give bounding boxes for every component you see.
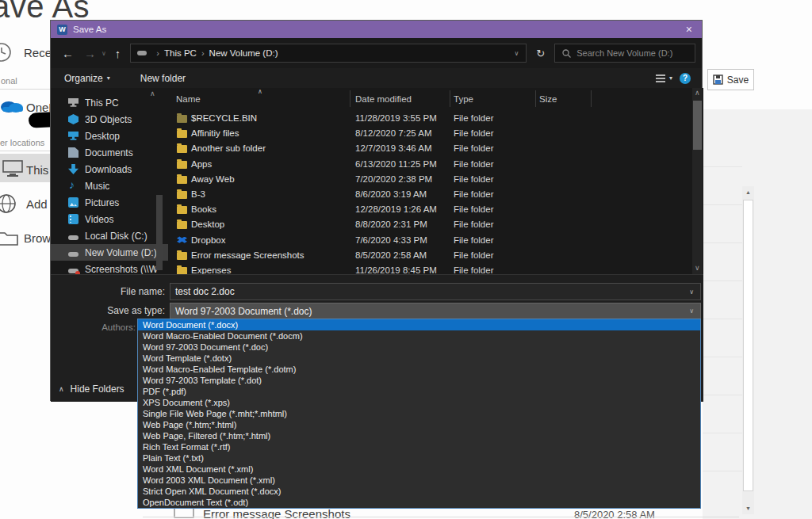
dialog-navbar: ← → ∨ ↑ › This PC › New Volume (D:) ∨ ↻ … <box>51 38 702 68</box>
search-placeholder: Search New Volume (D:) <box>576 48 672 58</box>
sidebar-list: This PC 3D Objects Desktop Documents Dow… <box>51 88 168 274</box>
save-as-type-select[interactable]: Word 97-2003 Document (*.doc) ∨ <box>170 303 701 319</box>
file-date-modified: 12/28/2019 1:26 AM <box>355 204 437 214</box>
new-folder-button[interactable]: New folder <box>140 73 186 84</box>
file-row[interactable]: Apps 6/13/2020 11:25 PM File folder <box>168 157 691 172</box>
file-type-option[interactable]: Plain Text (*.txt) <box>138 452 700 464</box>
sidebar-item[interactable]: Documents <box>51 144 168 161</box>
sidebar-scroll-down-icon[interactable]: ∨ <box>151 264 157 272</box>
chevron-down-icon[interactable]: ∨ <box>689 288 694 296</box>
sidebar-item[interactable]: Music <box>51 177 168 194</box>
forward-icon[interactable]: → <box>84 47 96 60</box>
sidebar-item-label: Videos <box>85 214 113 225</box>
file-row[interactable]: Desktop 8/8/2020 2:31 PM File folder <box>168 217 691 232</box>
file-type-option[interactable]: Word 97-2003 Document (*.doc) <box>138 342 700 353</box>
file-name-input[interactable]: test doc 2.doc ∨ <box>170 283 701 300</box>
file-type-option[interactable]: Word XML Document (*.xml) <box>138 464 700 475</box>
search-input[interactable]: Search New Volume (D:) <box>554 44 695 63</box>
file-type-option[interactable]: XPS Document (*.xps) <box>138 397 700 408</box>
column-header-name[interactable]: Name <box>176 94 201 104</box>
view-caret-icon[interactable]: ▾ <box>669 74 672 82</box>
onedrive-icon <box>0 97 25 114</box>
column-header-date[interactable]: Date modified <box>355 94 412 104</box>
sidebar-item[interactable]: Downloads <box>51 161 168 177</box>
file-type-option[interactable]: OpenDocument Text (*.odt) <box>138 497 700 508</box>
file-type-option[interactable]: Single File Web Page (*.mht;*.mhtml) <box>138 408 700 419</box>
search-icon <box>562 49 571 58</box>
folder-icon <box>177 145 187 153</box>
folder-icon <box>177 115 187 123</box>
dialog-titlebar[interactable]: W Save As × <box>51 21 702 38</box>
backstage-scrollbar-thumb[interactable] <box>743 200 753 491</box>
file-type-option[interactable]: Web Page, Filtered (*.htm;*.html) <box>138 430 700 441</box>
column-header-size[interactable]: Size <box>539 94 557 104</box>
column-header-type[interactable]: Type <box>454 94 473 104</box>
list-scroll-up-icon[interactable]: ∧ <box>695 89 700 97</box>
hide-folders-button[interactable]: ∧ Hide Folders <box>59 384 124 395</box>
backstage-section-other-locations: er locations <box>0 138 44 147</box>
file-type-option[interactable]: Word Macro-Enabled Template (*.dotm) <box>138 364 700 375</box>
close-icon[interactable]: × <box>686 24 692 35</box>
sidebar-scroll-up-icon[interactable]: ∧ <box>150 90 155 97</box>
file-row[interactable]: Books 12/28/2019 1:26 AM File folder <box>168 202 691 217</box>
file-date-modified: 7/6/2020 4:33 PM <box>355 235 427 245</box>
file-type-dropdown: Word Document (*.docx)Word Macro-Enabled… <box>137 319 701 509</box>
file-name: Affinitiy files <box>191 128 239 138</box>
refresh-icon[interactable]: ↻ <box>536 48 545 59</box>
recent-icon <box>0 41 13 63</box>
file-type-option[interactable]: Word Macro-Enabled Document (*.docm) <box>138 330 700 342</box>
file-type: File folder <box>454 250 494 260</box>
file-row[interactable]: $RECYCLE.BIN 11/28/2019 3:55 PM File fol… <box>168 111 691 126</box>
breadcrumb-this-pc[interactable]: This PC <box>164 48 197 58</box>
view-mode-icon[interactable] <box>656 74 665 82</box>
file-row[interactable]: Expenses 11/26/2019 8:45 PM File folder <box>168 263 691 274</box>
file-type-option[interactable]: Word Template (*.dotx) <box>138 353 700 364</box>
up-icon[interactable]: ↑ <box>115 47 121 60</box>
backstage-save-button[interactable]: Save <box>707 69 754 90</box>
add-place-icon <box>0 193 17 215</box>
file-row[interactable]: Another sub folder 12/7/2019 3:46 AM Fil… <box>168 141 691 156</box>
help-icon[interactable]: ? <box>680 73 691 84</box>
file-row[interactable]: Error message Screenshots 8/5/2020 2:58 … <box>168 248 691 263</box>
sidebar-item[interactable]: Desktop <box>51 128 168 144</box>
backstage-section-personal: onal <box>1 76 17 86</box>
breadcrumb[interactable]: › This PC › New Volume (D:) ∨ <box>130 44 527 63</box>
sidebar-item[interactable]: 3D Objects <box>51 111 168 128</box>
save-as-type-value: Word 97-2003 Document (*.doc) <box>175 306 312 317</box>
file-type-option[interactable]: Web Page (*.htm;*.html) <box>138 419 700 430</box>
breadcrumb-new-volume[interactable]: New Volume (D:) <box>209 48 278 58</box>
file-type: File folder <box>454 189 494 199</box>
file-type-option[interactable]: Word Document (*.docx) <box>138 319 700 330</box>
file-row[interactable]: Away Web 7/20/2020 2:38 PM File folder <box>168 172 691 187</box>
file-date-modified: 11/28/2019 3:55 PM <box>355 113 437 123</box>
history-chevron-icon[interactable]: ∨ <box>102 50 106 57</box>
file-type-option[interactable]: Word 2003 XML Document (*.xml) <box>138 475 700 486</box>
folder-icon <box>177 221 187 229</box>
sidebar-item[interactable]: Local Disk (C:) <box>51 227 168 244</box>
scroll-down-icon[interactable]: ▼ <box>742 502 754 514</box>
file-row[interactable]: Affinitiy files 8/12/2020 7:25 AM File f… <box>168 126 691 141</box>
sidebar-item[interactable]: Videos <box>51 211 168 227</box>
sidebar-scrollbar-thumb[interactable] <box>156 195 163 270</box>
sidebar-item[interactable]: Pictures <box>51 194 168 211</box>
folder-icon <box>177 191 187 199</box>
file-row[interactable]: Dropbox 7/6/2020 4:33 PM File folder <box>168 233 691 248</box>
scroll-up-icon[interactable]: ▲ <box>742 186 754 198</box>
file-type-option[interactable]: Rich Text Format (*.rtf) <box>138 441 700 452</box>
list-scroll-down-icon[interactable]: ∨ <box>695 264 700 272</box>
file-name: $RECYCLE.BIN <box>191 113 257 123</box>
sidebar-item-icon <box>68 131 79 141</box>
chevron-down-icon[interactable]: ∨ <box>689 307 694 315</box>
organize-button[interactable]: Organize <box>64 73 103 84</box>
sidebar-item[interactable]: New Volume (D:) <box>51 244 168 261</box>
file-type-option[interactable]: Strict Open XML Document (*.docx) <box>138 486 700 497</box>
back-icon[interactable]: ← <box>62 47 74 60</box>
file-type-option[interactable]: PDF (*.pdf) <box>138 386 700 397</box>
file-list-scrollbar-thumb[interactable] <box>693 101 702 150</box>
file-row[interactable]: B-3 8/6/2020 3:19 AM File folder <box>168 187 691 202</box>
sidebar-item[interactable]: Screenshots (\\W <box>51 261 168 274</box>
divider <box>0 151 51 151</box>
address-chevron-icon[interactable]: ∨ <box>515 50 519 57</box>
file-type-option[interactable]: Word 97-2003 Template (*.dot) <box>138 375 700 386</box>
file-date-modified: 12/7/2019 3:46 AM <box>355 143 432 153</box>
